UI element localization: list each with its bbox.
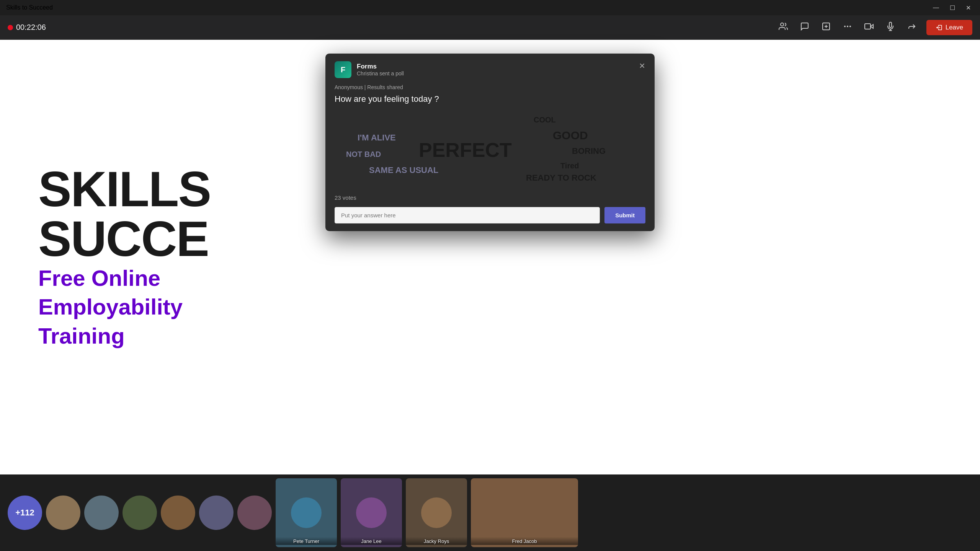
poll-modal: F Forms Christina sent a poll ✕ Anonymou…: [325, 54, 655, 231]
participant-tile: [46, 496, 80, 530]
poll-submit-button[interactable]: Submit: [604, 207, 645, 223]
minimize-button[interactable]: —: [930, 3, 942, 13]
share-icon[interactable]: [905, 20, 919, 36]
svg-point-5: [847, 26, 848, 27]
toolbar: 00:22:06: [0, 15, 980, 40]
participants-bar: +112 Pete Turner Jane Lee Jacky Roys Fre…: [0, 474, 980, 551]
toolbar-right: Leave: [776, 20, 972, 36]
slide-title-line2: SUCCE: [38, 214, 211, 264]
participant-fred-jacob: Fred Jacob: [471, 478, 578, 547]
poll-answer-input[interactable]: [335, 207, 600, 223]
jane-label: Jane Lee: [341, 537, 402, 545]
word-cloud-item: PERFECT: [419, 139, 512, 161]
participant-tile: [84, 496, 119, 530]
participant-tile: [161, 496, 195, 530]
word-cloud-item: READY TO ROCK: [526, 173, 596, 183]
word-cloud-item: BORING: [572, 146, 606, 156]
titlebar-controls: — ☐ ✕: [930, 3, 974, 13]
poll-input-row: Submit: [335, 207, 645, 223]
jacky-avatar: [421, 497, 452, 528]
recording-indicator: 00:22:06: [8, 23, 46, 32]
close-button[interactable]: ✕: [963, 3, 974, 13]
video-icon[interactable]: [862, 20, 876, 36]
poll-header: F Forms Christina sent a poll ✕: [325, 54, 655, 84]
leave-label: Leave: [946, 24, 963, 31]
leave-button[interactable]: Leave: [926, 20, 972, 35]
jane-avatar: [356, 497, 387, 528]
word-cloud-item: COOL: [534, 116, 556, 124]
slide-content: SKILLS SUCCE Free Online Employability T…: [0, 134, 249, 381]
poll-body: Anonymous | Results shared How are you f…: [325, 84, 655, 231]
more-icon[interactable]: [841, 20, 854, 36]
participant-tile: [122, 496, 157, 530]
svg-point-6: [849, 26, 851, 27]
participant-tile: [199, 496, 234, 530]
pete-label: Pete Turner: [276, 537, 337, 545]
pete-avatar: [291, 497, 322, 528]
poll-meta: Anonymous | Results shared: [335, 84, 645, 90]
mic-icon[interactable]: [884, 20, 897, 36]
svg-point-4: [844, 26, 846, 27]
svg-point-0: [781, 23, 784, 26]
word-cloud-item: NOT BAD: [346, 150, 381, 159]
fred-label: Fred Jacob: [471, 537, 578, 545]
slide-title-line1: SKILLS: [38, 164, 211, 214]
chat-icon[interactable]: [798, 20, 812, 36]
word-cloud-item: I'M ALIVE: [358, 133, 396, 143]
poll-sent-by: Christina sent a poll: [357, 70, 404, 77]
slide-subtitle: Free Online Employability Training: [38, 264, 211, 350]
word-cloud-item: Tired: [560, 161, 579, 170]
participant-jacky-roys: Jacky Roys: [406, 478, 467, 547]
poll-header-text: Forms Christina sent a poll: [357, 63, 404, 77]
overflow-participants: +112: [8, 478, 42, 547]
maximize-button[interactable]: ☐: [947, 3, 958, 13]
jacky-label: Jacky Roys: [406, 537, 467, 545]
recording-dot: [8, 25, 13, 30]
forms-icon: F: [335, 61, 351, 78]
titlebar-title: Skills to Succeed: [6, 4, 53, 11]
poll-question: How are you feeling today ?: [335, 94, 645, 104]
people-icon[interactable]: [776, 20, 790, 36]
svg-rect-8: [865, 24, 871, 29]
poll-votes: 23 votes: [335, 194, 645, 201]
whiteboard-icon[interactable]: [819, 20, 833, 36]
participant-pete-turner: Pete Turner: [276, 478, 337, 547]
poll-close-button[interactable]: ✕: [636, 60, 648, 72]
titlebar: Skills to Succeed — ☐ ✕: [0, 0, 980, 15]
recording-time: 00:22:06: [16, 23, 46, 32]
svg-marker-7: [871, 24, 873, 28]
participant-jane-lee: Jane Lee: [341, 478, 402, 547]
overflow-badge: +112: [8, 496, 42, 530]
poll-app-name: Forms: [357, 63, 404, 70]
word-cloud-item: GOOD: [553, 129, 588, 142]
word-cloud: PERFECTGOODCOOLI'M ALIVENOT BADSAME AS U…: [335, 112, 645, 188]
word-cloud-item: SAME AS USUAL: [369, 165, 438, 175]
participant-tile: [237, 496, 272, 530]
